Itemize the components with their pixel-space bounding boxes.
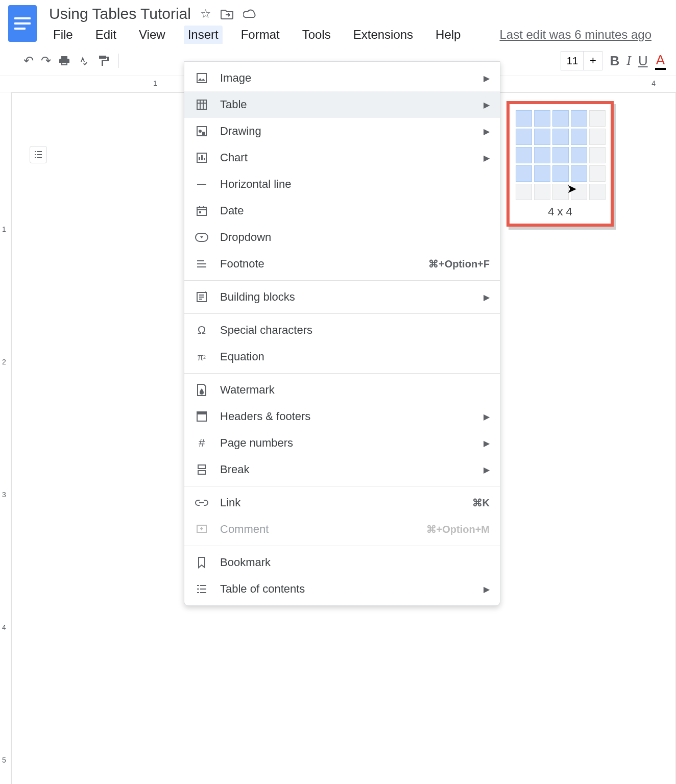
svg-rect-1 bbox=[197, 100, 206, 109]
menu-format[interactable]: Format bbox=[237, 26, 284, 44]
hash-icon: # bbox=[195, 436, 209, 450]
insert-table[interactable]: Table ▶ bbox=[184, 91, 500, 118]
toolbar-separator bbox=[118, 54, 119, 68]
submenu-arrow-icon: ▶ bbox=[484, 292, 490, 302]
insert-drawing[interactable]: Drawing ▶ bbox=[184, 118, 500, 144]
insert-image[interactable]: Image ▶ bbox=[184, 65, 500, 91]
link-label: Link bbox=[220, 496, 240, 509]
font-size-increase-button[interactable]: + bbox=[583, 51, 602, 70]
special-characters-label: Special characters bbox=[220, 324, 312, 337]
italic-button[interactable]: I bbox=[626, 53, 631, 68]
link-shortcut: ⌘K bbox=[472, 497, 490, 509]
chart-icon bbox=[195, 151, 209, 165]
insert-dropdown[interactable]: Dropdown bbox=[184, 224, 500, 251]
grid-cell[interactable] bbox=[589, 165, 606, 182]
svg-rect-4 bbox=[202, 132, 205, 135]
grid-cell[interactable] bbox=[571, 110, 587, 127]
insert-image-label: Image bbox=[220, 71, 251, 85]
grid-cell[interactable] bbox=[552, 129, 569, 145]
dropdown-chip-icon bbox=[195, 230, 209, 244]
grid-cell[interactable] bbox=[571, 129, 587, 145]
font-size-input[interactable] bbox=[561, 51, 583, 70]
insert-table-of-contents[interactable]: Table of contents ▶ bbox=[184, 576, 500, 602]
grid-cell[interactable] bbox=[589, 110, 606, 127]
font-size-control: + bbox=[561, 51, 602, 70]
page-numbers-label: Page numbers bbox=[220, 436, 293, 450]
insert-equation[interactable]: π2 Equation bbox=[184, 344, 500, 370]
undo-icon[interactable]: ↶ bbox=[23, 54, 34, 68]
document-title[interactable]: Using Tables Tutorial bbox=[49, 5, 191, 22]
calendar-icon bbox=[195, 204, 209, 218]
insert-date[interactable]: Date bbox=[184, 198, 500, 224]
grid-cell[interactable] bbox=[516, 147, 532, 163]
cloud-status-icon[interactable] bbox=[243, 9, 257, 19]
menu-extensions[interactable]: Extensions bbox=[349, 26, 417, 44]
vertical-ruler[interactable]: 1 2 3 4 5 bbox=[0, 92, 11, 784]
document-outline-icon[interactable] bbox=[30, 146, 47, 163]
grid-cell[interactable] bbox=[552, 184, 569, 200]
bold-button[interactable]: B bbox=[610, 53, 619, 69]
grid-cell[interactable] bbox=[516, 129, 532, 145]
grid-cell[interactable] bbox=[571, 147, 587, 163]
text-color-button[interactable]: A bbox=[655, 52, 666, 70]
menu-view[interactable]: View bbox=[135, 26, 170, 44]
insert-link[interactable]: Link ⌘K bbox=[184, 489, 500, 516]
insert-headers-footers[interactable]: Headers & footers ▶ bbox=[184, 403, 500, 430]
underline-button[interactable]: U bbox=[638, 53, 648, 69]
grid-cell[interactable] bbox=[552, 165, 569, 182]
vruler-tick: 2 bbox=[2, 358, 6, 366]
grid-cell[interactable] bbox=[534, 184, 550, 200]
grid-cell[interactable] bbox=[571, 165, 587, 182]
last-edit-link[interactable]: Last edit was 6 minutes ago bbox=[499, 28, 651, 42]
submenu-arrow-icon: ▶ bbox=[484, 438, 490, 448]
insert-building-blocks[interactable]: + Building blocks ▶ bbox=[184, 284, 500, 310]
insert-chart[interactable]: Chart ▶ bbox=[184, 144, 500, 171]
docs-logo-icon[interactable] bbox=[8, 5, 37, 42]
insert-watermark[interactable]: Watermark bbox=[184, 377, 500, 403]
app-header: Using Tables Tutorial ☆ File Edit View I… bbox=[0, 0, 676, 44]
insert-horizontal-line[interactable]: Horizontal line bbox=[184, 171, 500, 198]
pi-icon: π2 bbox=[195, 350, 209, 364]
menu-edit[interactable]: Edit bbox=[91, 26, 120, 44]
insert-bookmark[interactable]: Bookmark bbox=[184, 549, 500, 576]
page-break-icon bbox=[195, 462, 209, 477]
move-folder-icon[interactable] bbox=[221, 8, 234, 19]
link-icon bbox=[195, 496, 209, 510]
menu-separator bbox=[184, 373, 500, 374]
insert-page-numbers[interactable]: # Page numbers ▶ bbox=[184, 430, 500, 456]
grid-cell[interactable] bbox=[534, 110, 550, 127]
grid-cell[interactable] bbox=[589, 147, 606, 163]
vruler-tick: 3 bbox=[2, 491, 6, 499]
grid-cell[interactable] bbox=[534, 165, 550, 182]
grid-cell[interactable] bbox=[571, 184, 587, 200]
spellcheck-icon[interactable] bbox=[78, 55, 90, 67]
menu-separator bbox=[184, 313, 500, 314]
menu-tools[interactable]: Tools bbox=[298, 26, 335, 44]
grid-cell[interactable] bbox=[516, 184, 532, 200]
grid-cell[interactable] bbox=[589, 129, 606, 145]
paint-format-icon[interactable] bbox=[97, 55, 109, 67]
svg-rect-8 bbox=[199, 211, 201, 213]
comment-shortcut: ⌘+Option+M bbox=[426, 523, 490, 535]
submenu-arrow-icon: ▶ bbox=[484, 153, 490, 163]
insert-break[interactable]: Break ▶ bbox=[184, 456, 500, 483]
insert-date-label: Date bbox=[220, 204, 244, 217]
ruler-tick: 4 bbox=[651, 79, 656, 87]
grid-cell[interactable] bbox=[534, 147, 550, 163]
grid-cell[interactable] bbox=[534, 129, 550, 145]
grid-cell[interactable] bbox=[552, 110, 569, 127]
menu-insert[interactable]: Insert bbox=[184, 26, 223, 44]
grid-cell[interactable] bbox=[589, 184, 606, 200]
submenu-arrow-icon: ▶ bbox=[484, 412, 490, 422]
menu-help[interactable]: Help bbox=[431, 26, 465, 44]
grid-cell[interactable] bbox=[516, 165, 532, 182]
menu-file[interactable]: File bbox=[49, 26, 77, 44]
grid-cell[interactable] bbox=[516, 110, 532, 127]
table-size-grid[interactable] bbox=[516, 110, 605, 200]
print-icon[interactable] bbox=[58, 55, 70, 67]
grid-cell[interactable] bbox=[552, 147, 569, 163]
redo-icon[interactable]: ↷ bbox=[41, 54, 51, 68]
insert-footnote[interactable]: Footnote ⌘+Option+F bbox=[184, 251, 500, 277]
star-icon[interactable]: ☆ bbox=[200, 7, 211, 21]
insert-special-characters[interactable]: Ω Special characters bbox=[184, 317, 500, 344]
